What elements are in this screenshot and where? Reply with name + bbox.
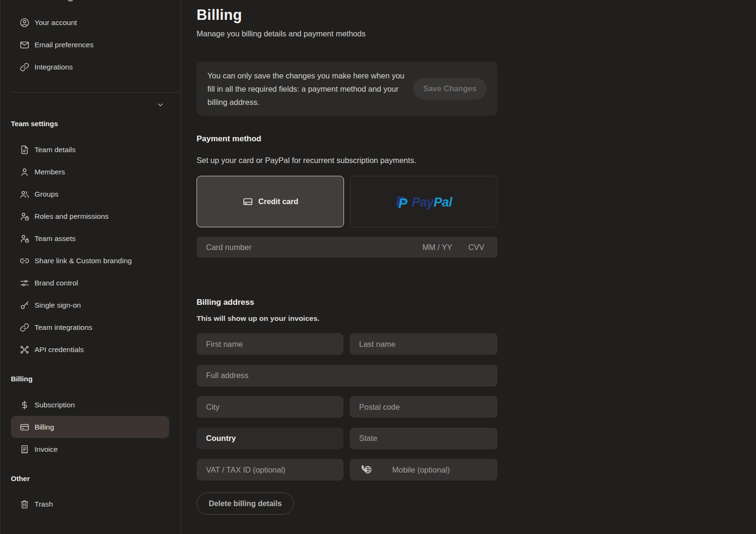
- nodes-icon: [19, 345, 30, 355]
- sidebar-item-team-integrations[interactable]: Team integrations: [11, 316, 169, 338]
- sidebar-item-label: Invoice: [34, 445, 58, 454]
- user-lock-icon: [19, 233, 30, 244]
- sidebar-item-label: Integrations: [34, 63, 73, 71]
- trash-icon: [19, 499, 30, 509]
- full-address-input[interactable]: [206, 371, 488, 380]
- credit-card-option-label: Credit card: [258, 198, 298, 206]
- svg-text:P: P: [398, 196, 408, 211]
- city-field: [197, 396, 344, 418]
- settings-sidebar: Your account Email preferences Integrati…: [0, 0, 181, 534]
- sidebar-item-single-sign-on[interactable]: Single sign-on: [11, 294, 169, 316]
- country-selected-value: Country: [206, 434, 236, 443]
- receipt-icon: [19, 444, 30, 455]
- first-name-input[interactable]: [206, 340, 334, 349]
- mobile-field: [350, 459, 498, 481]
- link2-icon: [19, 256, 30, 266]
- team-settings-list: Team details Members Groups Roles and pe…: [0, 138, 180, 361]
- payment-method-heading: Payment method: [197, 134, 261, 144]
- sliders-icon: [19, 278, 30, 288]
- billing-page: Billing Manage you billing details and p…: [197, 0, 498, 534]
- link-icon: [19, 62, 30, 72]
- sidebar-item-label: Members: [34, 168, 65, 176]
- sidebar-item-brand-control[interactable]: Brand control: [11, 272, 169, 294]
- full-address-field: [197, 365, 498, 387]
- billing-list: Subscription Billing Invoice: [0, 394, 180, 460]
- link-icon: [19, 322, 30, 333]
- credit-card-icon: [242, 196, 253, 207]
- sidebar-item-label: Share link & Custom branding: [34, 257, 132, 265]
- billing-address-subheading: This will show up on your invoices.: [197, 314, 319, 323]
- payment-method-description: Set up your card or PayPal for recurrent…: [197, 156, 416, 165]
- sidebar-item-your-account[interactable]: Your account: [11, 11, 169, 34]
- vat-field: [197, 459, 344, 481]
- state-field: [350, 428, 498, 449]
- delete-billing-details-button[interactable]: Delete billing details: [197, 492, 294, 515]
- credit-card-option[interactable]: Credit card: [197, 176, 344, 227]
- sidebar-item-label: Team integrations: [34, 323, 92, 332]
- sidebar-item-label: Roles and permissions: [34, 212, 109, 221]
- section-title-team-settings: Team settings: [0, 120, 180, 128]
- sidebar-item-api-credentials[interactable]: API credentials: [11, 338, 169, 361]
- sidebar-item-share-link-branding[interactable]: Share link & Custom branding: [11, 250, 169, 272]
- last-name-field: [350, 333, 498, 355]
- sidebar-item-members[interactable]: Members: [11, 161, 169, 183]
- mobile-input[interactable]: [392, 465, 488, 474]
- card-cvv-input[interactable]: [468, 243, 488, 252]
- sidebar-item-label: Trash: [34, 500, 53, 508]
- paypal-wordmark: PayPal: [412, 196, 452, 211]
- sidebar-item-team-details[interactable]: Team details: [11, 138, 169, 161]
- card-number-input[interactable]: [206, 243, 422, 252]
- save-notice-banner: You can only save the changes you make h…: [197, 61, 498, 116]
- envelope-icon: [19, 40, 30, 50]
- user-lock-icon: [19, 211, 30, 222]
- state-input[interactable]: [359, 434, 488, 443]
- paypal-monogram-icon: P P: [395, 193, 412, 211]
- sidebar-item-team-assets[interactable]: Team assets: [11, 227, 169, 250]
- sidebar-item-subscription[interactable]: Subscription: [11, 394, 169, 416]
- key-icon: [19, 300, 30, 310]
- credit-card-icon: [19, 422, 30, 432]
- sidebar-item-label: Groups: [34, 190, 59, 198]
- file-text-icon: [19, 145, 30, 155]
- save-changes-button[interactable]: Save Changes: [413, 78, 487, 100]
- last-name-input[interactable]: [359, 340, 488, 349]
- sidebar-item-invoice[interactable]: Invoice: [11, 438, 169, 460]
- city-input[interactable]: [206, 403, 334, 412]
- sidebar-item-roles-permissions[interactable]: Roles and permissions: [11, 205, 169, 227]
- section-title-other: Other: [0, 474, 180, 482]
- paypal-logo: P P PayPal: [395, 193, 452, 211]
- sidebar-item-groups[interactable]: Groups: [11, 183, 169, 205]
- payment-method-options: Credit card P P PayPal: [197, 176, 498, 227]
- users-icon: [19, 189, 30, 199]
- billing-address-heading: Billing address: [197, 298, 254, 307]
- sidebar-item-label: API credentials: [34, 345, 84, 354]
- paypal-option[interactable]: P P PayPal: [350, 176, 498, 227]
- save-notice-message: You can only save the changes you make h…: [207, 69, 413, 109]
- sidebar-item-integrations[interactable]: Integrations: [11, 56, 169, 78]
- sidebar-item-trash[interactable]: Trash: [11, 493, 169, 515]
- account-settings-group: Your account Email preferences Integrati…: [0, 0, 180, 78]
- dollar-icon: [19, 400, 30, 410]
- sidebar-item-email-preferences[interactable]: Email preferences: [11, 34, 169, 56]
- user-circle-icon: [19, 17, 30, 28]
- sidebar-item-billing[interactable]: Billing: [11, 416, 169, 438]
- sidebar-item-label: Team assets: [34, 234, 76, 243]
- vat-input[interactable]: [206, 465, 334, 474]
- page-title: Billing: [197, 7, 242, 24]
- sidebar-item-label: Single sign-on: [34, 301, 81, 310]
- sidebar-item-label: Your account: [34, 18, 77, 27]
- user-icon: [19, 167, 30, 177]
- sidebar-collapse-row: [0, 98, 180, 111]
- clipped-item-fragment: [68, 0, 73, 1]
- billing-address-form: Country: [197, 333, 498, 481]
- country-select[interactable]: Country: [197, 428, 344, 449]
- postal-code-input[interactable]: [359, 403, 488, 412]
- sidebar-item-label: Email preferences: [34, 41, 94, 49]
- section-title-billing: Billing: [0, 375, 180, 383]
- sidebar-divider: [11, 92, 180, 93]
- sidebar-item-label: Billing: [34, 423, 54, 431]
- page-subtitle: Manage you billing details and payment m…: [197, 29, 366, 38]
- card-expiry-input[interactable]: [422, 243, 455, 252]
- sidebar-item-label: Brand control: [34, 279, 78, 287]
- chevron-down-icon[interactable]: [156, 101, 164, 109]
